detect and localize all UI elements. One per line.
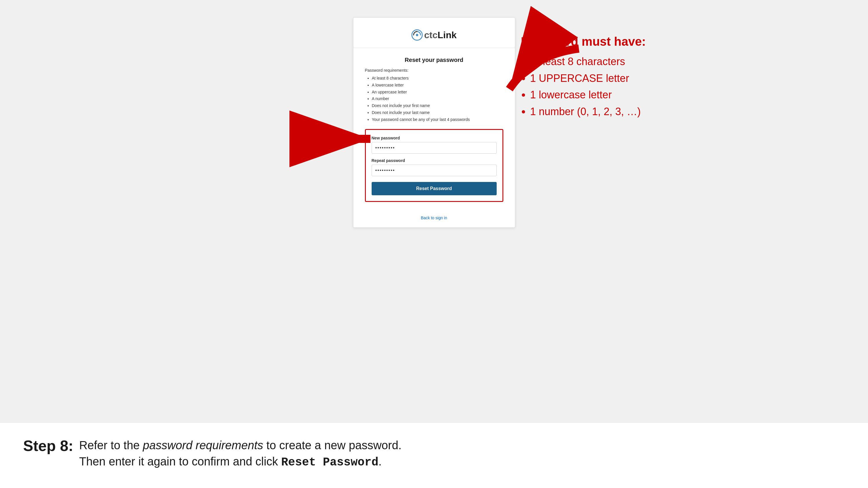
repeat-password-input[interactable] <box>372 165 497 176</box>
svg-point-3 <box>416 34 418 36</box>
step-text: Refer to the password requirements to cr… <box>79 437 401 470</box>
annotation-item-4: 1 number (0, 1, 2, 3, …) <box>530 103 646 120</box>
logo-text: ctcLink <box>424 30 457 40</box>
logo-link: Link <box>438 30 457 40</box>
back-to-signin-link[interactable]: Back to sign in <box>421 216 447 220</box>
requirements-label: Password requirements: <box>365 68 503 73</box>
reset-password-button[interactable]: Reset Password <box>372 182 497 195</box>
back-link-section: Back to sign in <box>353 210 515 227</box>
page-card: ctcLink Reset your password Password req… <box>353 18 515 228</box>
req-item-1: At least 8 characters <box>372 75 503 82</box>
req-item-5: Does not include your first name <box>372 102 503 109</box>
annotation-arrow-top <box>504 43 585 96</box>
top-section: Password must have: At least 8 character… <box>0 0 868 422</box>
new-password-label: New password <box>372 136 497 140</box>
form-title: Reset your password <box>365 57 503 63</box>
requirements-list: At least 8 characters A lowercase letter… <box>365 75 503 123</box>
req-item-7: Your password cannot be any of your last… <box>372 116 503 123</box>
req-item-6: Does not include your last name <box>372 109 503 116</box>
logo-section: ctcLink <box>353 18 515 48</box>
new-password-input[interactable] <box>372 142 497 154</box>
req-item-4: A number <box>372 95 503 102</box>
step-text-part2: to create a new password. <box>263 439 401 452</box>
req-item-2: A lowercase letter <box>372 82 503 89</box>
repeat-password-label: Repeat password <box>372 158 497 163</box>
step-text-line2-part1: Then enter it again to confirm and click <box>79 455 281 468</box>
req-item-3: An uppercase letter <box>372 89 503 96</box>
step-text-end: . <box>379 455 382 468</box>
step-text-part1: Refer to the <box>79 439 143 452</box>
step-label: Step 8: <box>23 437 73 454</box>
step-text-bold: Reset Password <box>281 456 379 469</box>
bottom-section: Step 8: Refer to the password requiremen… <box>0 422 868 488</box>
logo-ete: ctc <box>424 30 437 40</box>
logo-container: ctcLink <box>411 29 457 41</box>
step-text-italic: password requirements <box>143 439 264 452</box>
password-form-box: New password Repeat password Reset Passw… <box>365 129 503 202</box>
logo-icon <box>411 29 423 41</box>
annotation-arrow-form <box>292 127 379 152</box>
